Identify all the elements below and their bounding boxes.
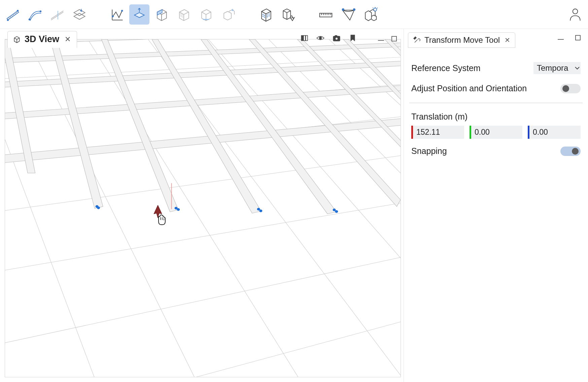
svg-point-61 [319, 37, 322, 39]
svg-line-55 [14, 38, 17, 39]
svg-line-72 [5, 39, 99, 377]
tool-straight-road[interactable] [3, 4, 23, 25]
transform-panel-tab[interactable]: Transform Move Tool ✕ [408, 32, 515, 48]
svg-point-99 [259, 210, 262, 212]
svg-point-11 [121, 10, 123, 12]
main-area: 3D View ✕ [0, 29, 588, 382]
tools-icon [413, 36, 421, 44]
svg-marker-92 [343, 39, 401, 119]
svg-line-74 [88, 39, 306, 377]
svg-point-95 [97, 206, 100, 209]
svg-point-101 [335, 210, 338, 213]
svg-point-10 [112, 15, 114, 17]
translation-x-input[interactable]: 152.11 [411, 126, 464, 139]
svg-rect-30 [263, 14, 264, 15]
maximize-icon[interactable] [391, 36, 397, 41]
translation-y-input[interactable]: 0.00 [470, 126, 522, 139]
svg-rect-33 [264, 17, 265, 18]
svg-point-3 [17, 10, 19, 12]
tool-view-cone[interactable] [338, 4, 358, 25]
svg-point-97 [177, 208, 180, 211]
svg-point-49 [353, 8, 355, 10]
tool-measure[interactable] [316, 4, 336, 25]
translation-z-value: 0.00 [529, 126, 581, 139]
svg-line-2 [7, 11, 19, 19]
tool-hatch-box[interactable] [174, 4, 194, 25]
snapping-toggle[interactable] [560, 147, 581, 156]
svg-marker-86 [50, 39, 103, 209]
maximize-icon[interactable] [575, 35, 581, 40]
translation-y-value: 0.00 [471, 126, 522, 139]
svg-line-79 [385, 39, 401, 166]
svg-rect-32 [263, 15, 264, 17]
svg-point-63 [335, 37, 338, 40]
translation-x-value: 152.11 [413, 126, 464, 139]
translation-label: Translation (m) [409, 106, 583, 126]
snapping-label: Snapping [411, 146, 447, 156]
tool-grid-building[interactable] [256, 4, 276, 25]
translation-inputs: 152.11 0.00 0.00 [409, 126, 583, 141]
close-icon[interactable]: ✕ [65, 35, 71, 44]
main-toolbar [0, 0, 588, 29]
close-icon[interactable]: ✕ [505, 36, 510, 44]
svg-line-70 [5, 253, 401, 347]
svg-point-54 [573, 9, 578, 14]
svg-line-24 [206, 12, 211, 14]
adjust-position-toggle[interactable] [560, 84, 581, 93]
svg-point-5 [29, 18, 31, 20]
svg-rect-60 [306, 35, 307, 40]
tool-intersection[interactable] [47, 4, 67, 25]
layers-stack-icon[interactable] [300, 34, 309, 43]
svg-rect-36 [267, 16, 268, 17]
transform-panel-title: Transform Move Tool [424, 35, 500, 45]
tool-city-lights[interactable] [360, 4, 380, 25]
chevron-down-icon [574, 65, 581, 71]
tool-box-section[interactable] [151, 4, 172, 25]
reference-system-select[interactable]: Tempora [533, 62, 581, 74]
svg-line-0 [7, 11, 18, 19]
viewport-3d[interactable] [5, 39, 401, 377]
tool-box-down[interactable] [196, 4, 216, 25]
svg-line-53 [373, 7, 373, 8]
translation-z-input[interactable]: 0.00 [528, 126, 581, 139]
viewport-scene [5, 39, 401, 377]
svg-rect-35 [269, 13, 270, 14]
svg-point-50 [374, 8, 377, 11]
minimize-icon[interactable] [558, 39, 564, 40]
svg-line-56 [17, 38, 20, 39]
viewport-controls [300, 34, 397, 43]
tool-curved-road[interactable] [25, 4, 45, 25]
eye-icon[interactable] [316, 34, 325, 43]
svg-rect-58 [301, 35, 303, 40]
svg-rect-64 [335, 35, 337, 36]
svg-line-39 [287, 11, 290, 13]
view-tab-title: 3D View [25, 34, 59, 44]
minimize-icon[interactable] [378, 40, 384, 41]
reference-system-value: Tempora [537, 63, 568, 73]
svg-line-18 [184, 12, 189, 14]
view-tab-3d[interactable]: 3D View ✕ [7, 31, 77, 48]
svg-line-23 [202, 12, 206, 14]
reference-system-label: Reference System [411, 63, 481, 73]
bookmark-icon[interactable] [348, 34, 357, 43]
svg-line-69 [5, 200, 401, 273]
svg-line-52 [377, 7, 378, 8]
camera-icon[interactable] [332, 34, 341, 43]
tool-layers[interactable] [69, 4, 90, 25]
svg-line-28 [266, 11, 271, 13]
svg-line-38 [283, 11, 287, 13]
svg-rect-34 [267, 14, 268, 15]
adjust-position-label: Adjust Position and Orientation [411, 84, 527, 93]
tool-box-add[interactable] [218, 4, 238, 25]
svg-line-68 [5, 153, 401, 213]
svg-rect-31 [264, 14, 265, 15]
svg-point-6 [40, 10, 42, 12]
tool-building-select[interactable] [278, 4, 298, 25]
svg-line-1 [8, 12, 19, 20]
tool-extrude-up[interactable] [129, 4, 149, 25]
tool-user[interactable] [565, 4, 585, 25]
transform-panel: Transform Move Tool ✕ Reference System T… [404, 29, 588, 382]
tool-profile-edit[interactable] [107, 4, 127, 25]
svg-rect-37 [269, 15, 270, 16]
svg-point-48 [342, 8, 344, 10]
